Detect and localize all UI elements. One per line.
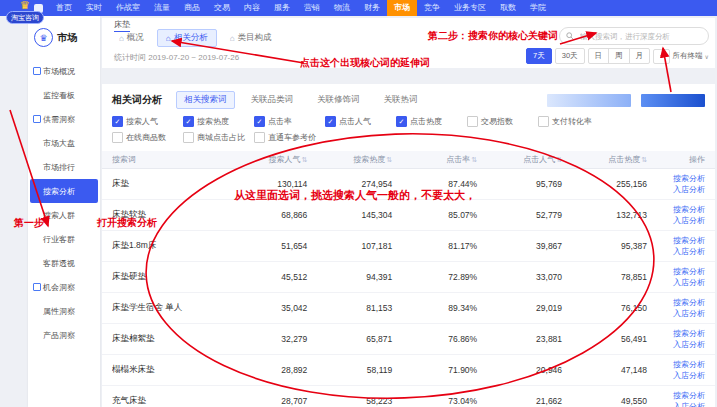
nav-item-content[interactable]: 内容 — [237, 0, 267, 16]
nav-item-home[interactable]: 首页 — [49, 0, 79, 16]
store-entry-analysis-link[interactable]: 入店分析 — [673, 309, 705, 318]
search-analysis-link[interactable]: 搜索分析 — [673, 205, 705, 214]
col-click-rate[interactable]: 点击率⇅ — [392, 154, 477, 165]
search-heat-cell: 145,304 — [307, 210, 392, 220]
search-analysis-link[interactable]: 搜索分析 — [673, 360, 705, 369]
nav-item-war-room[interactable]: 作战室 — [109, 0, 147, 16]
search-popularity-cell: 28,707 — [222, 396, 307, 406]
store-entry-analysis-link[interactable]: 入店分析 — [673, 340, 705, 349]
filter-search-heat[interactable]: 搜索热度 — [183, 116, 254, 127]
col-click-heat[interactable]: 点击热度⇅ — [562, 154, 647, 165]
store-entry-analysis-link[interactable]: 入店分析 — [673, 278, 705, 287]
sidebar-item-search-analysis[interactable]: 搜索分析 — [30, 179, 98, 203]
nav-item-finance[interactable]: 财务 — [357, 0, 387, 16]
filter-ztc-ref-price[interactable]: 直通车参考价 — [254, 132, 325, 143]
filter-click-rate[interactable]: 点击率 — [254, 116, 325, 127]
sidebar-item-industry-customers[interactable]: 行业客群 — [28, 227, 100, 251]
search-heat-cell: 274,954 — [307, 179, 392, 189]
sidebar-item-market-ranking[interactable]: 市场排行 — [28, 155, 100, 179]
filter-pay-conversion[interactable]: 支付转化率 — [538, 116, 609, 127]
store-entry-analysis-link[interactable]: 入店分析 — [673, 402, 705, 407]
sidebar-item-customer-perspective[interactable]: 客群透视 — [28, 251, 100, 275]
tab-related-modifier-words[interactable]: 关联修饰词 — [309, 91, 368, 109]
sidebar-item-opportunity-insight[interactable]: 机会洞察 — [28, 275, 100, 299]
nav-item-logistics[interactable]: 物流 — [327, 0, 357, 16]
nav-item-goods[interactable]: 商品 — [177, 0, 207, 16]
click-heat-cell: 76,150 — [562, 303, 647, 313]
granularity-month-button[interactable]: 月 — [629, 48, 651, 64]
filter-click-popularity[interactable]: 点击人气 — [325, 116, 396, 127]
nav-item-competition[interactable]: 竞争 — [417, 0, 447, 16]
sidebar-item-market-dashboard[interactable]: 市场大盘 — [28, 131, 100, 155]
checkbox-icon[interactable] — [112, 116, 123, 127]
store-entry-analysis-link[interactable]: 入店分析 — [673, 371, 705, 380]
range-30d-button[interactable]: 30天 — [555, 48, 585, 64]
checkbox-icon[interactable] — [254, 116, 265, 127]
nav-item-traffic[interactable]: 流量 — [147, 0, 177, 16]
store-entry-analysis-link[interactable]: 入店分析 — [673, 185, 705, 194]
search-term-cell: 床垫软垫 — [112, 209, 222, 221]
nav-item-realtime[interactable]: 实时 — [79, 0, 109, 16]
col-search-term: 搜索词 — [112, 154, 222, 165]
nav-item-business-zone[interactable]: 业务专区 — [447, 0, 493, 16]
nav-item-service[interactable]: 服务 — [267, 0, 297, 16]
store-entry-analysis-link[interactable]: 入店分析 — [673, 247, 705, 256]
sidebar-item-market-overview[interactable]: 市场概况 — [28, 59, 100, 83]
checkbox-icon[interactable] — [254, 132, 265, 143]
nav-item-data-fetch[interactable]: 取数 — [493, 0, 523, 16]
col-search-popularity[interactable]: 搜索人气⇅ — [222, 154, 307, 165]
search-input[interactable] — [578, 31, 702, 42]
tab-overview[interactable]: ⌂概况 — [110, 29, 153, 47]
search-analysis-link[interactable]: 搜索分析 — [673, 391, 705, 400]
table-row: 床垫 130,114 274,954 87.44% 95,769 255,156… — [102, 169, 715, 200]
tab-category-composition[interactable]: ⌂类目构成 — [221, 29, 281, 47]
search-analysis-link[interactable]: 搜索分析 — [673, 267, 705, 276]
filter-mall-click-share[interactable]: 商城点击占比 — [183, 132, 254, 143]
tab-related-category-words[interactable]: 关联品类词 — [243, 91, 302, 109]
next-period-button[interactable]: › — [653, 49, 670, 64]
table-row: 床垫软垫 68,866 145,304 85.07% 52,779 132,71… — [102, 200, 715, 231]
table-row: 榻榻米床垫 28,892 58,119 71.90% 20,946 47,148… — [102, 355, 715, 386]
nav-item-marketing[interactable]: 营销 — [297, 0, 327, 16]
home-icon: ⌂ — [166, 34, 171, 43]
checkbox-icon[interactable] — [112, 132, 123, 143]
sidebar-item-search-crowd[interactable]: 搜索人群 — [28, 203, 100, 227]
search-analysis-link[interactable]: 搜索分析 — [673, 174, 705, 183]
click-rate-cell: 73.04% — [392, 396, 477, 406]
tab-related-analysis[interactable]: ⌂相关分析 — [157, 29, 217, 47]
checkbox-icon[interactable] — [538, 116, 549, 127]
filter-search-popularity[interactable]: 搜索人气 — [112, 116, 183, 127]
sidebar-item-product-insight[interactable]: 产品洞察 — [28, 323, 100, 347]
col-search-heat[interactable]: 搜索热度⇅ — [307, 154, 392, 165]
search-analysis-link[interactable]: 搜索分析 — [673, 236, 705, 245]
granularity-day-button[interactable]: 日 — [588, 48, 610, 64]
tab-related-hot-words[interactable]: 关联热词 — [376, 91, 426, 109]
tab-related-search-words[interactable]: 相关搜索词 — [176, 91, 235, 109]
checkbox-icon[interactable] — [396, 116, 407, 127]
sidebar-item-attribute-insight[interactable]: 属性洞察 — [28, 299, 100, 323]
nav-item-academy[interactable]: 学院 — [523, 0, 553, 16]
range-7d-button[interactable]: 7天 — [526, 48, 552, 64]
click-heat-cell: 255,156 — [562, 179, 647, 189]
nav-item-market[interactable]: 市场 — [387, 0, 417, 16]
checkbox-icon[interactable] — [183, 132, 194, 143]
checkbox-icon[interactable] — [325, 116, 336, 127]
filter-click-heat[interactable]: 点击热度 — [396, 116, 467, 127]
store-entry-analysis-link[interactable]: 入店分析 — [673, 216, 705, 225]
col-click-popularity[interactable]: 点击人气⇅ — [477, 154, 562, 165]
search-analysis-link[interactable]: 搜索分析 — [673, 329, 705, 338]
filter-online-items[interactable]: 在线商品数 — [112, 132, 183, 143]
sidebar-item-supply-demand[interactable]: 供需洞察 — [28, 107, 100, 131]
search-analysis-link[interactable]: 搜索分析 — [673, 298, 705, 307]
filter-trade-index[interactable]: 交易指数 — [467, 116, 538, 127]
checkbox-icon[interactable] — [467, 116, 478, 127]
checkbox-icon[interactable] — [183, 116, 194, 127]
nav-item-trade[interactable]: 交易 — [207, 0, 237, 16]
granularity-week-button[interactable]: 周 — [608, 48, 630, 64]
search-term-cell: 充气床垫 — [112, 395, 222, 407]
search-box[interactable] — [559, 27, 709, 45]
filter-row-2: 在线商品数 商城点击占比 直通车参考价 — [112, 132, 705, 143]
sidebar-item-monitor-board[interactable]: 监控看板 — [28, 83, 100, 107]
terminal-select[interactable]: 所有终端 ∨ — [673, 51, 709, 61]
click-popularity-cell: 23,881 — [477, 334, 562, 344]
